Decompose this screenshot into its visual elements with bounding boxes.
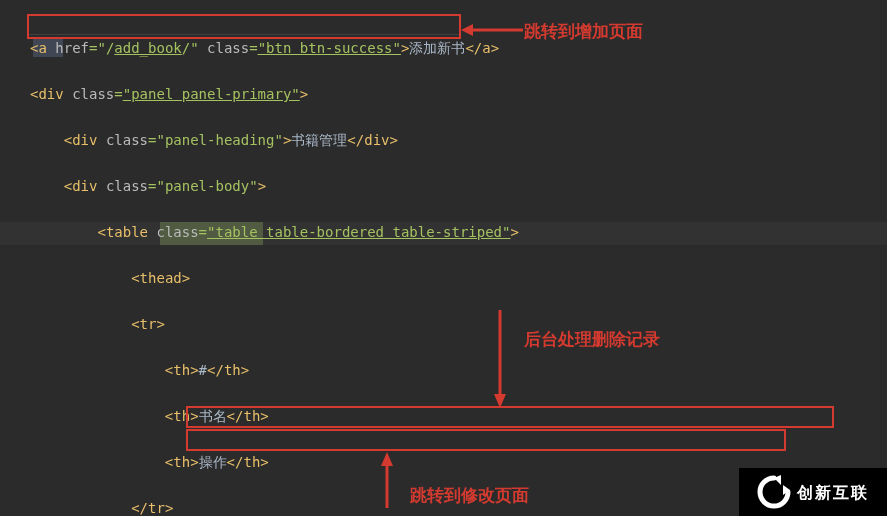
code-line[interactable]: <div class="panel-heading">书籍管理</div> <box>30 129 887 152</box>
arrow-up-icon <box>379 452 395 508</box>
code-line[interactable]: <div class="panel-body"> <box>30 175 887 198</box>
watermark: 创新互联 <box>739 468 887 516</box>
arrow-down-icon <box>492 310 508 408</box>
annotation-text-add: 跳转到增加页面 <box>524 20 643 43</box>
watermark-logo-icon <box>757 475 791 509</box>
svg-marker-5 <box>381 452 393 466</box>
code-line[interactable]: <th>书名</th> <box>30 405 887 428</box>
code-line[interactable]: <a href="/add_book/" class="btn btn-succ… <box>30 37 887 60</box>
annotation-text-edit: 跳转到修改页面 <box>410 484 529 507</box>
code-line[interactable]: <div class="panel panel-primary"> <box>30 83 887 106</box>
code-line[interactable]: <tr> <box>30 313 887 336</box>
svg-marker-3 <box>494 394 506 408</box>
code-line[interactable]: <thead> <box>30 267 887 290</box>
code-editor[interactable]: <a href="/add_book/" class="btn btn-succ… <box>0 0 887 516</box>
annotation-text-delete: 后台处理删除记录 <box>524 328 660 351</box>
arrow-left-icon <box>461 23 523 37</box>
watermark-text: 创新互联 <box>797 481 869 504</box>
code-line[interactable]: <table class="table table-bordered table… <box>30 221 887 244</box>
svg-marker-1 <box>461 24 473 36</box>
code-line[interactable]: <th>#</th> <box>30 359 887 382</box>
